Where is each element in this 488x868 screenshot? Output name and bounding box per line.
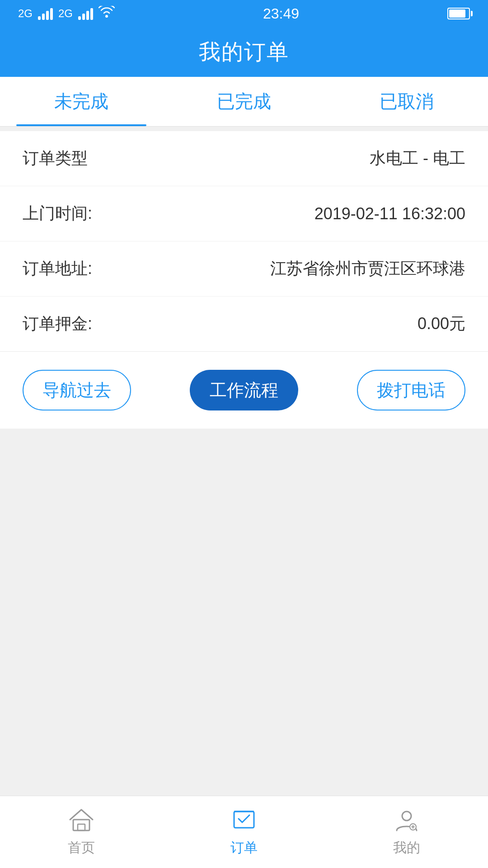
order-time-label: 上门时间:: [23, 203, 92, 225]
wifi-icon: [99, 6, 115, 22]
signal-text-2: 2G: [58, 7, 73, 20]
tab-bar: 未完成 已完成 已取消: [0, 77, 488, 127]
order-type-label: 订单类型: [23, 147, 88, 170]
signal-text-1: 2G: [18, 7, 33, 20]
content-area: [0, 429, 488, 796]
nav-item-profile[interactable]: 我的: [325, 796, 488, 868]
status-left: 2G 2G: [18, 6, 115, 22]
page-header: 我的订单: [0, 27, 488, 77]
bottom-nav: 首页 订单 我的: [0, 796, 488, 868]
order-row-type: 订单类型 水电工 - 电工: [0, 131, 488, 186]
order-card: 订单类型 水电工 - 电工 上门时间: 2019-02-11 16:32:00 …: [0, 131, 488, 351]
navigate-button[interactable]: 导航过去: [23, 370, 131, 410]
status-time: 23:49: [263, 5, 299, 22]
nav-label-home: 首页: [68, 839, 95, 857]
battery-icon: [447, 8, 470, 19]
nav-label-profile: 我的: [393, 839, 420, 857]
page-title: 我的订单: [199, 38, 289, 66]
order-row-address: 订单地址: 江苏省徐州市贾汪区环球港: [0, 241, 488, 297]
order-row-time: 上门时间: 2019-02-11 16:32:00: [0, 186, 488, 241]
workflow-button[interactable]: 工作流程: [190, 370, 298, 410]
action-buttons-bar: 导航过去 工作流程 拨打电话: [0, 351, 488, 429]
tab-incomplete[interactable]: 未完成: [0, 77, 163, 126]
status-bar: 2G 2G 23:49: [0, 0, 488, 27]
order-address-value: 江苏省徐州市贾汪区环球港: [270, 258, 465, 280]
order-type-value: 水电工 - 电工: [370, 147, 465, 170]
nav-label-orders: 订单: [230, 839, 258, 857]
order-time-value: 2019-02-11 16:32:00: [314, 204, 465, 223]
svg-rect-2: [78, 824, 85, 830]
svg-point-5: [402, 811, 411, 821]
svg-rect-1: [73, 820, 89, 830]
order-deposit-value: 0.00元: [418, 313, 465, 335]
orders-icon: [230, 807, 258, 834]
svg-point-0: [105, 15, 108, 18]
order-deposit-label: 订单押金:: [23, 313, 92, 335]
profile-icon: [393, 807, 420, 834]
nav-item-home[interactable]: 首页: [0, 796, 163, 868]
signal-bars-2: [78, 7, 93, 20]
tab-cancelled[interactable]: 已取消: [325, 77, 488, 126]
call-button[interactable]: 拨打电话: [357, 370, 465, 410]
home-icon: [68, 807, 95, 834]
status-right: [447, 8, 470, 19]
order-row-deposit: 订单押金: 0.00元: [0, 297, 488, 351]
tab-complete[interactable]: 已完成: [163, 77, 325, 126]
nav-item-orders[interactable]: 订单: [163, 796, 325, 868]
signal-bars-1: [38, 7, 53, 20]
order-address-label: 订单地址:: [23, 258, 92, 280]
